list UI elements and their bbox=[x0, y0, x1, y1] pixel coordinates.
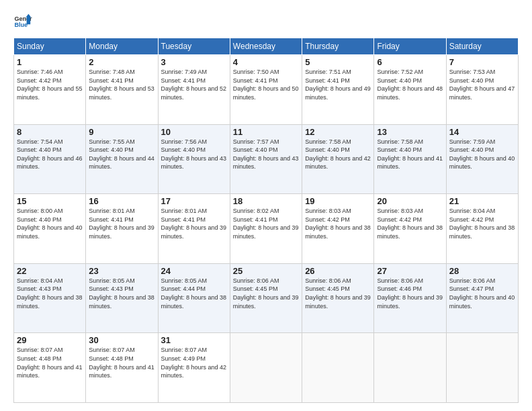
day-info: Sunrise: 7:54 AMSunset: 4:40 PMDaylight:… bbox=[17, 138, 83, 171]
calendar-cell: 1 Sunrise: 7:46 AMSunset: 4:42 PMDayligh… bbox=[14, 55, 86, 125]
day-number: 17 bbox=[161, 196, 227, 206]
day-info: Sunrise: 7:50 AMSunset: 4:41 PMDaylight:… bbox=[233, 68, 299, 101]
calendar-cell: 20 Sunrise: 8:03 AMSunset: 4:42 PMDaylig… bbox=[374, 194, 446, 264]
day-number: 14 bbox=[449, 127, 515, 137]
day-info: Sunrise: 8:00 AMSunset: 4:40 PMDaylight:… bbox=[17, 208, 83, 240]
col-header-thursday: Thursday bbox=[302, 38, 374, 55]
day-number: 30 bbox=[89, 335, 154, 345]
day-number: 22 bbox=[17, 266, 83, 276]
day-number: 1 bbox=[17, 57, 83, 67]
day-info: Sunrise: 7:53 AMSunset: 4:40 PMDaylight:… bbox=[449, 68, 515, 101]
day-info: Sunrise: 8:06 AMSunset: 4:45 PMDaylight:… bbox=[305, 277, 371, 310]
calendar-cell: 6 Sunrise: 7:52 AMSunset: 4:40 PMDayligh… bbox=[374, 55, 446, 125]
calendar-cell: 3 Sunrise: 7:49 AMSunset: 4:41 PMDayligh… bbox=[158, 55, 230, 125]
calendar-cell bbox=[230, 333, 302, 403]
col-header-tuesday: Tuesday bbox=[158, 38, 230, 55]
day-number: 10 bbox=[161, 127, 227, 137]
day-number: 21 bbox=[449, 196, 515, 206]
calendar-cell: 17 Sunrise: 8:01 AMSunset: 4:41 PMDaylig… bbox=[158, 194, 230, 264]
calendar-cell bbox=[446, 333, 518, 403]
day-info: Sunrise: 8:04 AMSunset: 4:42 PMDaylight:… bbox=[449, 208, 515, 240]
calendar-cell: 30 Sunrise: 8:07 AMSunset: 4:48 PMDaylig… bbox=[86, 333, 158, 403]
calendar-cell: 27 Sunrise: 8:06 AMSunset: 4:46 PMDaylig… bbox=[374, 263, 446, 333]
day-number: 20 bbox=[377, 196, 443, 206]
calendar-cell: 25 Sunrise: 8:06 AMSunset: 4:45 PMDaylig… bbox=[230, 263, 302, 333]
col-header-saturday: Saturday bbox=[446, 38, 518, 55]
calendar-cell: 13 Sunrise: 7:58 AMSunset: 4:40 PMDaylig… bbox=[374, 124, 446, 194]
calendar-cell: 15 Sunrise: 8:00 AMSunset: 4:40 PMDaylig… bbox=[14, 194, 86, 264]
day-number: 16 bbox=[89, 196, 154, 206]
calendar-cell: 7 Sunrise: 7:53 AMSunset: 4:40 PMDayligh… bbox=[446, 55, 518, 125]
day-info: Sunrise: 7:48 AMSunset: 4:41 PMDaylight:… bbox=[89, 68, 154, 101]
calendar-cell: 31 Sunrise: 8:07 AMSunset: 4:49 PMDaylig… bbox=[158, 333, 230, 403]
day-number: 27 bbox=[377, 266, 443, 276]
logo: General Blue bbox=[13, 12, 32, 31]
day-info: Sunrise: 8:04 AMSunset: 4:43 PMDaylight:… bbox=[17, 277, 83, 310]
day-number: 5 bbox=[305, 57, 371, 67]
day-number: 7 bbox=[449, 57, 515, 67]
day-number: 25 bbox=[233, 266, 299, 276]
day-info: Sunrise: 8:07 AMSunset: 4:49 PMDaylight:… bbox=[161, 347, 227, 379]
col-header-monday: Monday bbox=[86, 38, 158, 55]
day-number: 11 bbox=[233, 127, 299, 137]
day-info: Sunrise: 8:03 AMSunset: 4:42 PMDaylight:… bbox=[305, 208, 371, 240]
page: General Blue SundayMondayTuesdayWednesda… bbox=[0, 0, 532, 411]
day-info: Sunrise: 7:55 AMSunset: 4:40 PMDaylight:… bbox=[89, 138, 154, 171]
day-number: 9 bbox=[89, 127, 154, 137]
day-number: 31 bbox=[161, 335, 227, 345]
calendar-cell: 4 Sunrise: 7:50 AMSunset: 4:41 PMDayligh… bbox=[230, 55, 302, 125]
calendar-week-5: 29 Sunrise: 8:07 AMSunset: 4:48 PMDaylig… bbox=[14, 333, 519, 403]
day-info: Sunrise: 7:49 AMSunset: 4:41 PMDaylight:… bbox=[161, 68, 227, 101]
day-info: Sunrise: 8:01 AMSunset: 4:41 PMDaylight:… bbox=[89, 208, 154, 240]
day-info: Sunrise: 8:06 AMSunset: 4:45 PMDaylight:… bbox=[233, 277, 299, 310]
day-info: Sunrise: 7:58 AMSunset: 4:40 PMDaylight:… bbox=[377, 138, 443, 171]
day-info: Sunrise: 8:07 AMSunset: 4:48 PMDaylight:… bbox=[89, 347, 154, 379]
day-info: Sunrise: 8:06 AMSunset: 4:47 PMDaylight:… bbox=[449, 277, 515, 310]
day-info: Sunrise: 8:05 AMSunset: 4:44 PMDaylight:… bbox=[161, 277, 227, 310]
day-number: 2 bbox=[89, 57, 154, 67]
calendar-cell: 22 Sunrise: 8:04 AMSunset: 4:43 PMDaylig… bbox=[14, 263, 86, 333]
day-info: Sunrise: 8:03 AMSunset: 4:42 PMDaylight:… bbox=[377, 208, 443, 240]
day-info: Sunrise: 7:59 AMSunset: 4:40 PMDaylight:… bbox=[449, 138, 515, 171]
calendar-cell: 11 Sunrise: 7:57 AMSunset: 4:40 PMDaylig… bbox=[230, 124, 302, 194]
day-number: 12 bbox=[305, 127, 371, 137]
col-header-wednesday: Wednesday bbox=[230, 38, 302, 55]
calendar-cell: 16 Sunrise: 8:01 AMSunset: 4:41 PMDaylig… bbox=[86, 194, 158, 264]
calendar-cell bbox=[302, 333, 374, 403]
day-info: Sunrise: 8:05 AMSunset: 4:43 PMDaylight:… bbox=[89, 277, 154, 310]
day-number: 8 bbox=[17, 127, 83, 137]
day-number: 24 bbox=[161, 266, 227, 276]
calendar-cell: 10 Sunrise: 7:56 AMSunset: 4:40 PMDaylig… bbox=[158, 124, 230, 194]
calendar-table: SundayMondayTuesdayWednesdayThursdayFrid… bbox=[13, 38, 519, 403]
calendar-week-1: 1 Sunrise: 7:46 AMSunset: 4:42 PMDayligh… bbox=[14, 55, 519, 125]
col-header-friday: Friday bbox=[374, 38, 446, 55]
header: General Blue bbox=[13, 12, 519, 31]
calendar-cell: 9 Sunrise: 7:55 AMSunset: 4:40 PMDayligh… bbox=[86, 124, 158, 194]
day-number: 4 bbox=[233, 57, 299, 67]
day-info: Sunrise: 8:07 AMSunset: 4:48 PMDaylight:… bbox=[17, 347, 83, 379]
calendar-header-row: SundayMondayTuesdayWednesdayThursdayFrid… bbox=[14, 38, 519, 55]
day-number: 28 bbox=[449, 266, 515, 276]
day-number: 6 bbox=[377, 57, 443, 67]
calendar-cell: 19 Sunrise: 8:03 AMSunset: 4:42 PMDaylig… bbox=[302, 194, 374, 264]
day-info: Sunrise: 7:57 AMSunset: 4:40 PMDaylight:… bbox=[233, 138, 299, 171]
day-number: 3 bbox=[161, 57, 227, 67]
day-number: 19 bbox=[305, 196, 371, 206]
day-info: Sunrise: 7:56 AMSunset: 4:40 PMDaylight:… bbox=[161, 138, 227, 171]
day-number: 23 bbox=[89, 266, 154, 276]
day-info: Sunrise: 7:51 AMSunset: 4:41 PMDaylight:… bbox=[305, 68, 371, 101]
day-info: Sunrise: 7:58 AMSunset: 4:40 PMDaylight:… bbox=[305, 138, 371, 171]
calendar-cell bbox=[374, 333, 446, 403]
calendar-cell: 2 Sunrise: 7:48 AMSunset: 4:41 PMDayligh… bbox=[86, 55, 158, 125]
day-info: Sunrise: 8:06 AMSunset: 4:46 PMDaylight:… bbox=[377, 277, 443, 310]
calendar-cell: 18 Sunrise: 8:02 AMSunset: 4:41 PMDaylig… bbox=[230, 194, 302, 264]
calendar-cell: 24 Sunrise: 8:05 AMSunset: 4:44 PMDaylig… bbox=[158, 263, 230, 333]
calendar-week-3: 15 Sunrise: 8:00 AMSunset: 4:40 PMDaylig… bbox=[14, 194, 519, 264]
calendar-cell: 28 Sunrise: 8:06 AMSunset: 4:47 PMDaylig… bbox=[446, 263, 518, 333]
day-number: 15 bbox=[17, 196, 83, 206]
logo-icon: General Blue bbox=[13, 12, 32, 31]
calendar-cell: 14 Sunrise: 7:59 AMSunset: 4:40 PMDaylig… bbox=[446, 124, 518, 194]
day-info: Sunrise: 7:46 AMSunset: 4:42 PMDaylight:… bbox=[17, 68, 83, 101]
calendar-cell: 8 Sunrise: 7:54 AMSunset: 4:40 PMDayligh… bbox=[14, 124, 86, 194]
day-number: 29 bbox=[17, 335, 83, 345]
